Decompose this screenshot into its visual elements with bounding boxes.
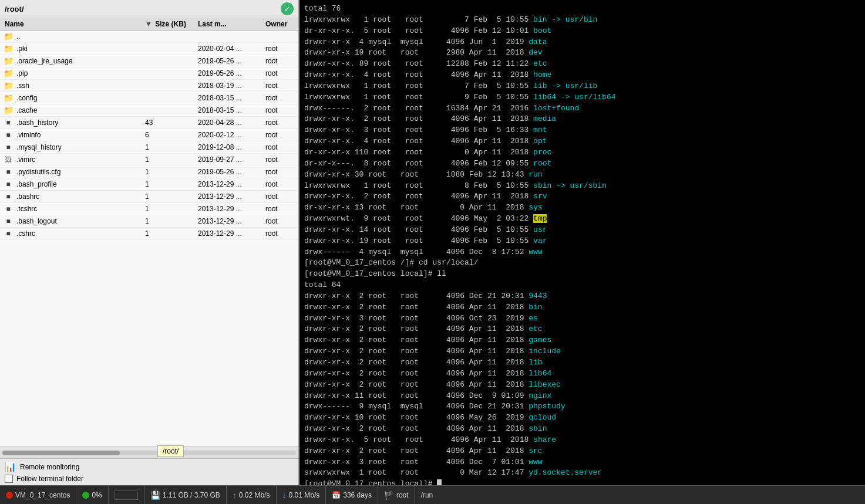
list-item[interactable]: ■ .bashrc 1 2013-12-29 ... root [0,191,298,203]
file-lastmod: 2013-12-29 ... [196,217,263,225]
terminal-line: total 76 [304,4,860,15]
horizontal-scrollbar[interactable] [0,447,298,458]
file-icon-container: 📁 [2,44,14,53]
terminal-text: drwxr-xr-x. [304,137,355,146]
scrollbar-thumb[interactable] [2,451,120,455]
file-size: 1 [143,155,196,164]
terminal-text: 1 root root 0 Mar 12 17:47 [350,468,529,477]
list-item[interactable]: 📁 .config 2018-03-15 ... root [0,92,298,104]
list-item[interactable]: ■ .mysql_history 1 2019-12-08 ... root [0,141,298,154]
list-item[interactable]: 📁 .ssh 2018-03-19 ... root [0,80,298,92]
terminal-text: 4 root root 4096 Apr 11 2018 [355,70,533,79]
list-item[interactable]: 📁 .oracle_jre_usage 2019-05-26 ... root [0,55,298,67]
terminal-panel[interactable]: total 76lrwxrwxrwx 1 root root 7 Feb 5 1… [299,0,865,485]
list-item[interactable]: ■ .pydistutils.cfg 1 2019-05-26 ... root [0,166,298,178]
terminal-text: drwxr-xr-x [304,314,350,323]
terminal-text: qcloud [529,413,556,422]
list-item[interactable]: ■ .cshrc 1 2013-12-29 ... root [0,228,298,240]
file-name: .. [16,32,143,40]
terminal-text: 2 root root 4096 Apr 11 2018 [350,347,529,356]
terminal-text: media [533,114,556,123]
session-text: /run [421,491,433,499]
check-icon: ✓ [281,2,294,15]
file-icon: ■ [6,168,10,176]
terminal-text: drwxrwxrwt. [304,214,355,223]
list-item[interactable]: ■ .viminfo 6 2020-02-12 ... root [0,129,298,141]
list-item[interactable]: 📁 .pip 2019-05-26 ... root [0,67,298,80]
terminal-text: include [529,347,561,356]
list-item[interactable]: 📁 .cache 2018-03-15 ... root [0,104,298,117]
terminal-line: drwxr-xr-x 2 root root 4096 Apr 11 2018 … [304,446,860,457]
terminal-text: drwxr-xr-x [304,336,350,344]
main-area: /root/ ✓ Name ▼ Size (KB) Last m... Owne… [0,0,865,485]
terminal-line: drwxr-xr-x 2 root root 4096 Apr 11 2018 … [304,302,860,313]
terminal-text: 8 root root 4096 Feb 12 09:55 [355,159,533,168]
terminal-text: boot [533,26,551,35]
terminal-text: 4 mysql mysql 4096 Jun 1 2019 [350,38,529,46]
terminal-text: var [533,236,547,245]
terminal-line: drwx------. 2 root root 16384 Apr 21 201… [304,103,860,114]
list-item[interactable]: 🖼 .vimrc 1 2019-09-27 ... root [0,154,298,166]
terminal-line: lrwxrwxrwx 1 root root 9 Feb 5 10:55 lib… [304,92,860,103]
remote-monitoring[interactable]: 📊 Remote monitoring [5,461,294,472]
file-name: .bash_logout [16,217,143,225]
file-name: .mysql_history [16,143,143,151]
terminal-text: www [529,458,542,466]
terminal-line: lrwxrwxrwx 1 root root 7 Feb 5 10:55 bin… [304,15,860,26]
terminal-line: lrwxrwxrwx 1 root root 7 Feb 5 10:55 lib… [304,81,860,92]
upload-speed: 0.02 Mb/s [239,491,270,499]
list-item[interactable]: ■ .bash_logout 1 2013-12-29 ... root [0,215,298,228]
terminal-line: drwxr-xr-x. 2 root root 4096 Apr 11 2018… [304,114,860,125]
file-size: 1 [143,217,196,225]
terminal-text: 3 root root 4096 Oct 23 2019 [350,314,529,323]
terminal-text: 9 root root 4096 May 2 03:22 [355,214,533,223]
terminal-text: 2 root root 4096 Apr 11 2018 [350,447,529,455]
terminal-text: drwxr-xr-x [304,391,350,400]
file-icon: ■ [6,229,10,238]
folder-icon: 📁 [4,81,14,90]
file-name: .oracle_jre_usage [16,57,143,65]
col-size-header[interactable]: ▼ Size (KB) [143,20,196,28]
file-icon: ■ [6,217,10,225]
file-size: 1 [143,229,196,238]
terminal-line: drwxr-xr-x. 4 root root 4096 Apr 11 2018… [304,136,860,147]
terminal-line: drwxr-xr-x 2 root root 4096 Apr 11 2018 … [304,368,860,380]
scrollbar-track[interactable] [2,451,296,455]
list-item[interactable]: 📁 .pki 2020-02-04 ... root [0,43,298,55]
file-list[interactable]: 📁 .. 📁 .pki 2020-02-04 ... root 📁 .oracl… [0,31,298,447]
file-name: .cache [16,106,143,114]
terminal-text: 2 root root 4096 Apr 11 2018 [355,114,533,123]
terminal-text: drwxr-xr-x. [304,126,355,134]
file-icon: ■ [6,131,10,139]
flag-icon: 🏴 [384,491,394,500]
list-item[interactable]: ■ .bash_history 43 2020-04-28 ... root [0,117,298,129]
terminal-line: [root@VM_0_17_centos local]# ll [304,269,860,280]
terminal-line: [root@VM_0_17_centos local]# [304,479,860,485]
col-lastmod-header[interactable]: Last m... [196,20,263,28]
terminal-line: lrwxrwxrwx 1 root root 8 Feb 5 10:55 sbi… [304,181,860,192]
file-icon-container: ■ [2,180,14,189]
file-name: .pydistutils.cfg [16,168,143,176]
col-owner-header[interactable]: Owner [263,20,298,28]
file-size: 1 [143,168,196,176]
follow-terminal[interactable]: Follow terminal folder [5,475,294,483]
terminal-text: 1 root root 8 Feb 5 10:55 [350,181,533,190]
file-name: .bashrc [16,192,143,201]
terminal-text: 11 root root 4096 Dec 9 01:09 [350,391,529,400]
terminal-text: 3 root root 4096 Feb 5 16:33 [355,126,533,134]
terminal-text: 2 root root 4096 Apr 11 2018 [350,336,529,344]
terminal-text: drwx------ [304,402,350,411]
list-item[interactable]: ■ .bash_profile 1 2013-12-29 ... root [0,178,298,191]
file-panel-header: /root/ ✓ [0,0,298,18]
list-item[interactable]: 📁 .. [0,31,298,43]
terminal-text: 110 root root 0 Apr 11 2018 [350,148,533,157]
file-owner: root [263,229,298,238]
col-name-header[interactable]: Name [0,20,143,28]
terminal-text: 2 root root 4096 Apr 11 2018 [350,358,529,367]
terminal-text: sys [529,203,542,212]
follow-terminal-checkbox[interactable] [5,475,13,483]
file-name: .pip [16,69,143,77]
list-item[interactable]: ■ .tcshrc 1 2013-12-29 ... root [0,203,298,215]
terminal-line: dr-xr-xr-x 13 root root 0 Apr 11 2018 sy… [304,202,860,214]
folder-icon: 📁 [4,106,14,115]
